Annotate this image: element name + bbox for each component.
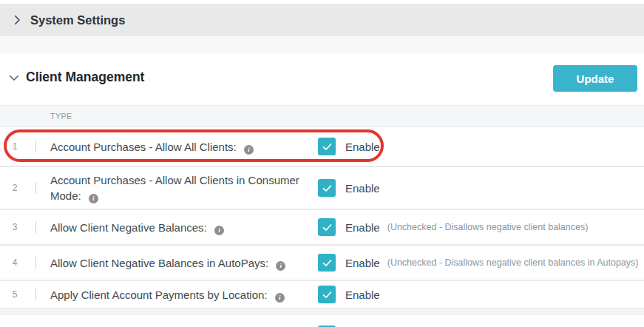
chevron-right-icon [10,13,24,27]
settings-row: 6 Automatically Reconcile Upside: i Enab… [0,315,644,327]
row-divider-bar [35,289,36,300]
row-number: 5 [0,289,30,300]
settings-row: 5 Apply Client Account Payments by Locat… [0,281,644,308]
settings-row: 3 Allow Client Negative Balances: i Enab… [0,210,644,244]
checkbox-label: Enable [345,221,380,234]
checkbox-label: Enable [345,289,380,301]
info-icon[interactable]: i [89,194,98,203]
settings-row: 1 Account Purchases - Allow All Clients:… [0,127,644,166]
row-gap [0,308,644,315]
checkbox-note: (Unchecked - Disallows negative client b… [387,222,589,232]
section-header-client-management: Client Management Update [0,54,644,105]
enable-checkbox[interactable] [318,218,336,236]
checkbox-label: Enable [345,257,380,269]
section-divider [0,36,644,54]
column-header-type: TYPE [50,112,72,121]
checkbox-note: (Unchecked - Disallows negative client b… [387,257,639,268]
info-icon[interactable]: i [275,293,285,303]
update-button[interactable]: Update [553,65,637,92]
setting-control: Enable (Unchecked - Disallows negative c… [318,218,644,236]
setting-control: Enable [318,179,644,197]
settings-row: 2 Account Purchases - Allow All Clients … [0,167,644,209]
info-icon[interactable]: i [244,145,254,155]
checkbox-label: Enable [345,182,380,195]
checkmark-icon [321,141,333,153]
setting-label: Account Purchases - Allow All Clients in… [50,172,318,203]
row-number: 2 [0,183,30,193]
enable-checkbox[interactable] [318,254,336,272]
checkbox-label: Enable [345,141,380,153]
row-number: 3 [0,222,30,232]
table-header-row: TYPE [0,105,644,127]
setting-label: Allow Client Negative Balances: i [50,220,318,235]
setting-control: Enable [318,138,644,155]
row-divider-bar [35,141,36,152]
row-number: 4 [0,257,30,268]
row-divider-bar [35,182,36,194]
section-title: System Settings [30,13,125,27]
enable-checkbox[interactable] [318,179,336,197]
row-number: 1 [0,141,30,152]
enable-checkbox[interactable] [318,286,336,303]
setting-label: Allow Client Negative Balances in AutoPa… [50,255,318,271]
section-title: Client Management [26,70,144,85]
checkmark-icon [321,257,333,269]
checkmark-icon [321,182,333,195]
row-divider-bar [35,257,36,269]
info-icon[interactable]: i [214,226,224,235]
section-header-system-settings[interactable]: System Settings [0,4,644,36]
setting-label: Apply Client Account Payments by Locatio… [50,287,318,303]
settings-row: 4 Allow Client Negative Balances in Auto… [0,246,644,280]
row-divider-bar [35,221,36,233]
checkmark-icon [321,289,333,301]
info-icon[interactable]: i [276,261,285,271]
checkmark-icon [321,221,333,234]
setting-label: Account Purchases - Allow All Clients: i [50,139,318,155]
settings-row-list: 1 Account Purchases - Allow All Clients:… [0,127,644,327]
chevron-down-icon [7,71,21,84]
setting-control: Enable (Unchecked - Disallows negative c… [318,254,644,272]
section-toggle-client-management[interactable]: Client Management [7,70,144,85]
setting-control: Enable [318,286,644,303]
enable-checkbox[interactable] [318,138,336,155]
